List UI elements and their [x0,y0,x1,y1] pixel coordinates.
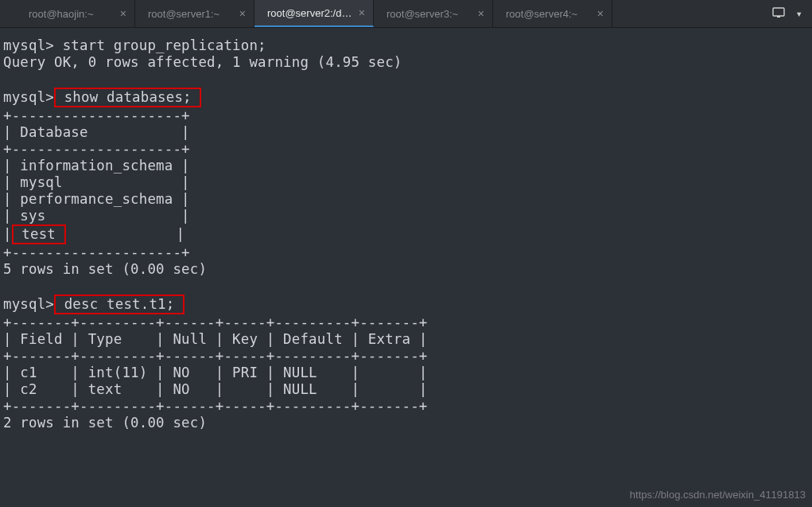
prompt: mysql> [3,296,54,312]
table-row: | c1 | int(11) | NO | PRI | NULL | | [3,365,428,380]
tab-server1[interactable]: root@server1:~ × [135,0,254,27]
close-icon[interactable]: × [597,8,604,19]
table-border: +--------------------+ [3,244,190,260]
svg-rect-1 [777,16,780,18]
tab-label: root@server1:~ [148,8,233,20]
table-border: +-------+---------+------+-----+--------… [3,348,428,364]
prompt: mysql> [3,37,54,53]
table-row: | sys | [3,208,190,224]
table-row-pre: | [3,226,12,242]
highlight-desc-test: desc test.t1; [54,294,185,314]
table-border: +--------------------+ [3,141,190,157]
table-row: | mysql | [3,174,190,190]
table-border: +--------------------+ [3,107,190,123]
broadcast-icon[interactable] [772,7,785,21]
tab-label: root@haojin:~ [29,8,114,20]
prompt: mysql> [3,89,54,105]
table-row: | c2 | text | NO | | NULL | | [3,381,428,397]
highlight-show-databases: show databases; [54,88,201,107]
highlight-test-db: test [12,224,66,244]
table-header: | Database | [3,124,190,140]
table-border: +-------+---------+------+-----+--------… [3,398,428,414]
tab-bar-spacer [0,0,16,27]
close-icon[interactable]: × [478,8,484,19]
tab-server4[interactable]: root@server4:~ × [493,0,612,27]
result-summary: 5 rows in set (0.00 sec) [3,261,207,277]
query-ok-line: Query OK, 0 rows affected, 1 warning (4.… [3,54,402,70]
tab-bar-actions: ▾ [763,0,812,27]
close-icon[interactable]: × [120,8,126,19]
watermark: https://blog.csdn.net/weixin_41191813 [630,489,806,501]
tab-label: root@server4:~ [506,8,591,20]
tab-server2[interactable]: root@server2:/d… × [254,0,374,27]
close-icon[interactable]: × [239,8,246,19]
table-row-post: | [66,226,185,242]
table-row: | information_schema | [3,158,190,174]
tab-haojin[interactable]: root@haojin:~ × [16,0,135,27]
tab-bar: root@haojin:~ × root@server1:~ × root@se… [0,0,812,28]
result-summary: 2 rows in set (0.00 sec) [3,415,207,431]
tab-label: root@server2:/d… [267,7,352,19]
tab-label: root@server3:~ [387,8,472,20]
table-header: | Field | Type | Null | Key | Default | … [3,331,428,347]
tab-server3[interactable]: root@server3:~ × [374,0,493,27]
svg-rect-0 [773,8,784,16]
table-row: | performance_schema | [3,191,190,207]
close-icon[interactable]: × [359,7,365,18]
table-border: +-------+---------+------+-----+--------… [3,314,428,330]
chevron-down-icon[interactable]: ▾ [796,7,802,20]
cmd-start-replication: start group_replication; [63,37,266,53]
terminal-output[interactable]: mysql> start group_replication; Query OK… [0,28,812,435]
